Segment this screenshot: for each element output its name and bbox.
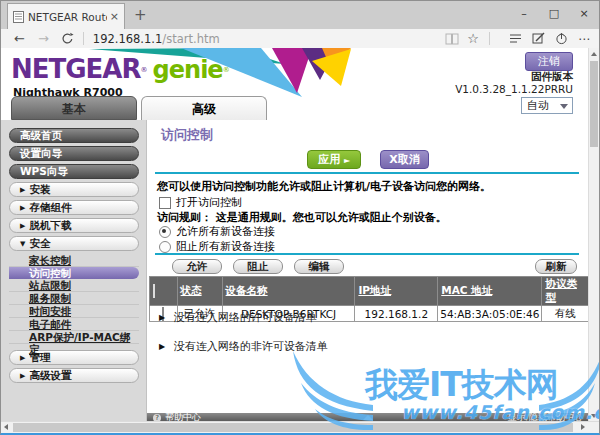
sidebar-item-setup[interactable]: ▶安装 <box>9 182 139 197</box>
sidebar-link-parental-control[interactable]: 家长控制 <box>9 254 139 267</box>
allowed-devices-list-toggle[interactable]: ▶ 没有连入网络的许可设备清单 <box>159 310 317 325</box>
rule-label: 访问规则： <box>157 211 212 224</box>
back-icon[interactable]: ← <box>14 30 25 48</box>
checkbox-label: 打开访问控制 <box>176 195 242 210</box>
disclosure-arrow-icon: ▶ <box>159 313 165 322</box>
sidebar-link-site-block[interactable]: 站点限制 <box>9 279 139 292</box>
divider <box>155 253 579 255</box>
sidebar-item-label: 高级设置 <box>29 369 71 381</box>
more-actions-icon[interactable]: ⋯ <box>578 32 591 46</box>
vertical-scrollbar[interactable] <box>588 48 599 422</box>
forward-icon[interactable]: → <box>38 30 49 48</box>
allow-button[interactable]: 允许 <box>172 259 222 274</box>
apply-button[interactable]: 应用 ► <box>307 150 361 169</box>
sidebar-item-wps-wizard[interactable]: WPS向导 <box>9 164 139 179</box>
sidebar-item-storage[interactable]: ▶存储组件 <box>9 200 139 215</box>
row-ip: 192.168.1.2 <box>355 306 438 322</box>
select-all-checkbox[interactable] <box>153 284 155 298</box>
sidebar-link-email[interactable]: 电子邮件 <box>9 318 139 331</box>
firmware-info: 固件版本 V1.0.3.28_1.1.22PRRU <box>455 70 573 96</box>
browser-nav-bar: ← → 192.168.1.1/start.htm ☆ ⋯ <box>1 29 599 49</box>
maximize-button[interactable]: □ <box>539 1 569 27</box>
x-icon: X <box>389 153 397 166</box>
allowed-list-label: 没有连入网络的许可设备清单 <box>174 311 317 324</box>
new-tab-button[interactable]: + <box>134 6 147 24</box>
apply-label: 应用 <box>318 153 340 166</box>
action-buttons: 应用 ► X取消 <box>147 148 589 169</box>
minimize-button[interactable]: – <box>509 1 539 27</box>
language-select[interactable]: 自动 <box>521 97 573 114</box>
disclosure-arrow-icon: ▶ <box>159 342 165 351</box>
expand-arrow-icon: ▶ <box>20 204 25 212</box>
logout-button[interactable]: 注销 <box>525 52 573 71</box>
tab-close-icon[interactable]: × <box>110 10 119 23</box>
language-selected-value: 自动 <box>527 98 549 113</box>
close-button[interactable]: × <box>569 1 599 27</box>
blocked-list-label: 没有连入网络的非许可设备清单 <box>174 340 328 353</box>
allow-new-devices-row: 允许所有新设备连接 <box>159 224 275 239</box>
sidebar-link-access-control[interactable]: 访问控制 <box>9 267 139 279</box>
scroll-up-arrow[interactable] <box>591 52 597 56</box>
address-bar[interactable]: 192.168.1.1/start.htm <box>93 32 220 46</box>
collapse-arrow-icon: ▼ <box>20 240 25 248</box>
blocked-devices-list-toggle[interactable]: ▶ 没有连入网络的非许可设备清单 <box>159 339 328 354</box>
col-ip[interactable]: IP地址 <box>355 277 438 306</box>
sidebar-item-setup-wizard[interactable]: 设置向导 <box>9 146 139 161</box>
block-new-devices-radio[interactable] <box>159 241 171 253</box>
firmware-version-value: V1.0.3.28_1.1.22PRRU <box>455 83 573 96</box>
favorites-star-icon[interactable]: ☆ <box>467 30 479 48</box>
horizontal-scroll-thumb[interactable] <box>13 423 573 432</box>
window-controls: – □ × <box>509 1 599 27</box>
registered-mark: ® <box>141 66 148 74</box>
cancel-button[interactable]: X取消 <box>380 150 428 169</box>
sidebar-item-label: 管理 <box>29 351 50 363</box>
reading-view-icon[interactable] <box>445 33 459 45</box>
allow-new-devices-radio[interactable] <box>159 226 171 238</box>
web-note-icon[interactable] <box>532 32 545 45</box>
sidebar-item-offline-download[interactable]: ▶脱机下载 <box>9 218 139 233</box>
sidebar-link-service-block[interactable]: 服务限制 <box>9 292 139 305</box>
sidebar-item-advanced-home[interactable]: 高级首页 <box>9 128 139 143</box>
scroll-left-arrow[interactable] <box>4 424 8 430</box>
sidebar-item-security[interactable]: ▼安全 <box>9 236 139 251</box>
col-status[interactable]: 状态 <box>177 277 222 306</box>
hub-icon[interactable] <box>509 33 522 44</box>
scroll-down-arrow[interactable] <box>591 414 597 418</box>
nav-divider <box>489 32 490 45</box>
sidebar-link-schedule[interactable]: 时间安排 <box>9 305 139 318</box>
sidebar-nav: 高级首页 设置向导 WPS向导 ▶安装 ▶存储组件 ▶脱机下载 ▼安全 家长控制… <box>9 128 139 386</box>
col-device-name[interactable]: 设备名称 <box>222 277 355 306</box>
access-control-panel: 访问控制 应用 ► X取消 您可以使用访问控制功能允许或阻止计算机/电子设备访问… <box>146 120 589 422</box>
enable-access-control-checkbox[interactable] <box>159 197 171 209</box>
page-icon <box>13 11 24 23</box>
share-icon[interactable] <box>555 32 568 45</box>
sidebar-item-label: 脱机下载 <box>29 219 71 231</box>
col-type[interactable]: 协议类型 <box>542 277 589 306</box>
security-subnav: 家长控制 访问控制 站点限制 服务限制 时间安排 电子邮件 ARP保护/IP-M… <box>9 254 139 344</box>
col-mac[interactable]: MAC 地址 <box>438 277 542 306</box>
block-new-devices-row: 阻止所有新设备连接 <box>159 239 275 254</box>
url-path: /start.htm <box>162 32 219 46</box>
divider <box>155 172 579 174</box>
refresh-button[interactable]: 刷新 <box>535 259 577 274</box>
browser-tab[interactable]: NETGEAR Router R7000 × <box>7 3 125 29</box>
block-button[interactable]: 阻止 <box>233 259 283 274</box>
sidebar-item-label: 存储组件 <box>29 201 71 213</box>
vertical-scroll-thumb[interactable] <box>590 61 598 147</box>
tab-basic[interactable]: 基本 <box>11 96 137 120</box>
refresh-icon[interactable] <box>61 32 74 45</box>
page-title: 访问控制 <box>161 126 213 144</box>
radio-label: 允许所有新设备连接 <box>176 224 275 239</box>
sidebar-item-label: 安装 <box>29 183 50 195</box>
row-type: 有线 <box>542 306 589 322</box>
scroll-right-arrow[interactable] <box>581 424 585 430</box>
horizontal-scrollbar[interactable] <box>1 421 599 433</box>
tab-advanced[interactable]: 高级 <box>141 96 267 120</box>
cancel-label: 取消 <box>398 153 420 166</box>
sidebar-item-administration[interactable]: ▶管理 <box>9 350 139 365</box>
edit-button[interactable]: 编辑 <box>294 259 344 274</box>
expand-up-icon[interactable] <box>363 415 373 420</box>
sidebar-link-arp-ip-mac[interactable]: ARP保护/IP-MAC绑定 <box>9 331 139 344</box>
browser-window: NETGEAR Router R7000 × + – □ × ← → 192.1… <box>0 0 600 435</box>
sidebar-item-advanced-setup[interactable]: ▶高级设置 <box>9 368 139 383</box>
